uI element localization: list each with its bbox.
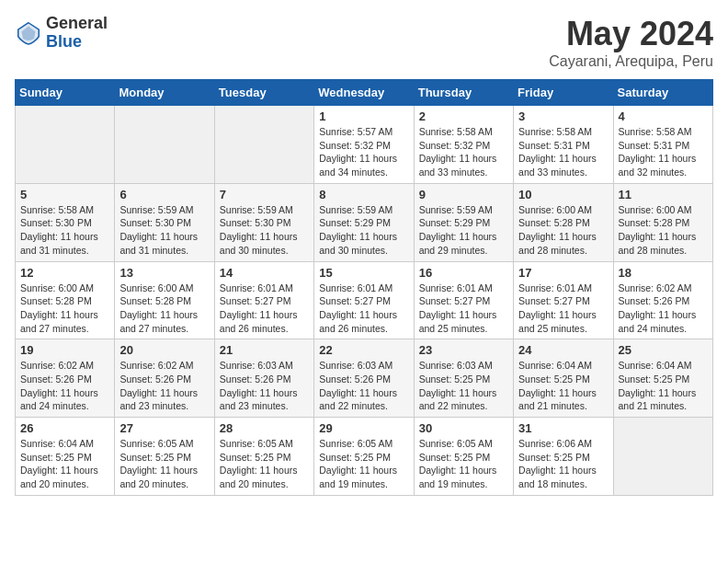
calendar-day-cell: 5Sunrise: 5:58 AM Sunset: 5:30 PM Daylig…: [16, 183, 115, 261]
day-info: Sunrise: 6:04 AM Sunset: 5:25 PM Dayligh…: [619, 359, 708, 413]
calendar-day-cell: 18Sunrise: 6:02 AM Sunset: 5:26 PM Dayli…: [613, 261, 712, 339]
day-number: 16: [419, 266, 508, 280]
day-number: 29: [319, 421, 408, 435]
day-info: Sunrise: 6:00 AM Sunset: 5:28 PM Dayligh…: [119, 282, 209, 336]
day-number: 17: [518, 266, 608, 280]
day-info: Sunrise: 6:04 AM Sunset: 5:25 PM Dayligh…: [20, 437, 109, 491]
calendar-day-cell: 19Sunrise: 6:02 AM Sunset: 5:26 PM Dayli…: [16, 339, 115, 418]
day-info: Sunrise: 6:05 AM Sunset: 5:25 PM Dayligh…: [319, 437, 408, 491]
logo: General Blue: [15, 15, 108, 52]
day-info: Sunrise: 6:00 AM Sunset: 5:28 PM Dayligh…: [20, 282, 109, 336]
day-number: 27: [119, 421, 209, 435]
day-info: Sunrise: 6:00 AM Sunset: 5:28 PM Dayligh…: [518, 203, 608, 258]
day-info: Sunrise: 5:59 AM Sunset: 5:30 PM Dayligh…: [220, 203, 309, 258]
calendar-day-cell: 13Sunrise: 6:00 AM Sunset: 5:28 PM Dayli…: [115, 261, 214, 339]
calendar-day-cell: 26Sunrise: 6:04 AM Sunset: 5:25 PM Dayli…: [16, 418, 115, 496]
day-info: Sunrise: 6:03 AM Sunset: 5:26 PM Dayligh…: [319, 359, 408, 413]
day-info: Sunrise: 5:58 AM Sunset: 5:32 PM Dayligh…: [419, 125, 508, 179]
day-number: 14: [220, 266, 309, 280]
day-number: 24: [518, 343, 608, 357]
day-number: 13: [119, 266, 209, 280]
logo-general-text: General: [46, 15, 108, 33]
calendar-day-cell: [214, 106, 313, 184]
day-number: 19: [20, 343, 109, 357]
day-info: Sunrise: 5:57 AM Sunset: 5:32 PM Dayligh…: [319, 125, 408, 179]
calendar-week-row: 1Sunrise: 5:57 AM Sunset: 5:32 PM Daylig…: [16, 106, 713, 184]
day-number: 22: [319, 343, 408, 357]
days-of-week-row: SundayMondayTuesdayWednesdayThursdayFrid…: [16, 80, 713, 106]
day-number: 7: [220, 188, 309, 201]
calendar-day-cell: 12Sunrise: 6:00 AM Sunset: 5:28 PM Dayli…: [16, 261, 115, 339]
calendar-day-cell: 31Sunrise: 6:06 AM Sunset: 5:25 PM Dayli…: [514, 418, 613, 496]
day-info: Sunrise: 6:05 AM Sunset: 5:25 PM Dayligh…: [119, 437, 209, 491]
day-of-week-header: Wednesday: [314, 80, 414, 106]
calendar-week-row: 26Sunrise: 6:04 AM Sunset: 5:25 PM Dayli…: [16, 418, 713, 496]
day-info: Sunrise: 5:59 AM Sunset: 5:30 PM Dayligh…: [119, 203, 209, 258]
day-number: 30: [419, 421, 508, 435]
day-number: 4: [619, 109, 708, 123]
day-number: 18: [619, 266, 708, 280]
day-info: Sunrise: 5:59 AM Sunset: 5:29 PM Dayligh…: [419, 203, 508, 258]
calendar-day-cell: 22Sunrise: 6:03 AM Sunset: 5:26 PM Dayli…: [314, 339, 414, 418]
day-info: Sunrise: 5:58 AM Sunset: 5:30 PM Dayligh…: [20, 203, 109, 258]
day-number: 6: [119, 188, 209, 201]
day-number: 2: [419, 109, 508, 123]
calendar-day-cell: 27Sunrise: 6:05 AM Sunset: 5:25 PM Dayli…: [115, 418, 214, 496]
calendar-day-cell: 30Sunrise: 6:05 AM Sunset: 5:25 PM Dayli…: [414, 418, 513, 496]
day-info: Sunrise: 6:01 AM Sunset: 5:27 PM Dayligh…: [518, 282, 608, 336]
day-info: Sunrise: 5:58 AM Sunset: 5:31 PM Dayligh…: [619, 125, 708, 179]
month-year-title: May 2024: [549, 15, 713, 53]
day-number: 3: [518, 109, 608, 123]
calendar-week-row: 5Sunrise: 5:58 AM Sunset: 5:30 PM Daylig…: [16, 183, 713, 261]
calendar-day-cell: 2Sunrise: 5:58 AM Sunset: 5:32 PM Daylig…: [414, 106, 513, 184]
calendar-day-cell: [613, 418, 712, 496]
calendar-day-cell: 4Sunrise: 5:58 AM Sunset: 5:31 PM Daylig…: [613, 106, 712, 184]
calendar-day-cell: 29Sunrise: 6:05 AM Sunset: 5:25 PM Dayli…: [314, 418, 414, 496]
day-info: Sunrise: 6:06 AM Sunset: 5:25 PM Dayligh…: [518, 437, 608, 491]
calendar-day-cell: 24Sunrise: 6:04 AM Sunset: 5:25 PM Dayli…: [514, 339, 613, 418]
day-info: Sunrise: 5:59 AM Sunset: 5:29 PM Dayligh…: [319, 203, 408, 258]
day-info: Sunrise: 6:02 AM Sunset: 5:26 PM Dayligh…: [619, 282, 708, 336]
day-number: 15: [319, 266, 408, 280]
logo-blue-text: Blue: [46, 33, 108, 52]
calendar-day-cell: 28Sunrise: 6:05 AM Sunset: 5:25 PM Dayli…: [214, 418, 313, 496]
location-text: Cayarani, Arequipa, Peru: [549, 53, 713, 70]
calendar-day-cell: 20Sunrise: 6:02 AM Sunset: 5:26 PM Dayli…: [115, 339, 214, 418]
calendar-week-row: 12Sunrise: 6:00 AM Sunset: 5:28 PM Dayli…: [16, 261, 713, 339]
day-of-week-header: Monday: [115, 80, 214, 106]
calendar-day-cell: 11Sunrise: 6:00 AM Sunset: 5:28 PM Dayli…: [613, 183, 712, 261]
calendar-body: 1Sunrise: 5:57 AM Sunset: 5:32 PM Daylig…: [16, 106, 713, 496]
day-number: 28: [220, 421, 309, 435]
day-of-week-header: Saturday: [613, 80, 712, 106]
calendar-day-cell: 23Sunrise: 6:03 AM Sunset: 5:25 PM Dayli…: [414, 339, 513, 418]
day-info: Sunrise: 6:00 AM Sunset: 5:28 PM Dayligh…: [619, 203, 708, 258]
day-info: Sunrise: 6:04 AM Sunset: 5:25 PM Dayligh…: [518, 359, 608, 413]
day-info: Sunrise: 6:02 AM Sunset: 5:26 PM Dayligh…: [119, 359, 209, 413]
day-of-week-header: Tuesday: [214, 80, 313, 106]
day-number: 8: [319, 188, 408, 201]
calendar-day-cell: 7Sunrise: 5:59 AM Sunset: 5:30 PM Daylig…: [214, 183, 313, 261]
day-number: 10: [518, 188, 608, 201]
calendar-day-cell: 10Sunrise: 6:00 AM Sunset: 5:28 PM Dayli…: [514, 183, 613, 261]
calendar-day-cell: 9Sunrise: 5:59 AM Sunset: 5:29 PM Daylig…: [414, 183, 513, 261]
day-number: 26: [20, 421, 109, 435]
logo-icon: [15, 19, 42, 47]
calendar-day-cell: [115, 106, 214, 184]
day-number: 23: [419, 343, 508, 357]
day-number: 5: [20, 188, 109, 201]
calendar-day-cell: 17Sunrise: 6:01 AM Sunset: 5:27 PM Dayli…: [514, 261, 613, 339]
calendar-day-cell: 14Sunrise: 6:01 AM Sunset: 5:27 PM Dayli…: [214, 261, 313, 339]
day-info: Sunrise: 6:05 AM Sunset: 5:25 PM Dayligh…: [419, 437, 508, 491]
day-info: Sunrise: 6:03 AM Sunset: 5:26 PM Dayligh…: [220, 359, 309, 413]
day-info: Sunrise: 6:02 AM Sunset: 5:26 PM Dayligh…: [20, 359, 109, 413]
day-of-week-header: Thursday: [414, 80, 513, 106]
day-info: Sunrise: 6:01 AM Sunset: 5:27 PM Dayligh…: [220, 282, 309, 336]
day-info: Sunrise: 6:01 AM Sunset: 5:27 PM Dayligh…: [419, 282, 508, 336]
calendar-day-cell: 25Sunrise: 6:04 AM Sunset: 5:25 PM Dayli…: [613, 339, 712, 418]
day-number: 31: [518, 421, 608, 435]
day-number: 1: [319, 109, 408, 123]
logo-text: General Blue: [46, 15, 108, 52]
calendar-day-cell: 16Sunrise: 6:01 AM Sunset: 5:27 PM Dayli…: [414, 261, 513, 339]
day-info: Sunrise: 6:03 AM Sunset: 5:25 PM Dayligh…: [419, 359, 508, 413]
day-of-week-header: Friday: [514, 80, 613, 106]
